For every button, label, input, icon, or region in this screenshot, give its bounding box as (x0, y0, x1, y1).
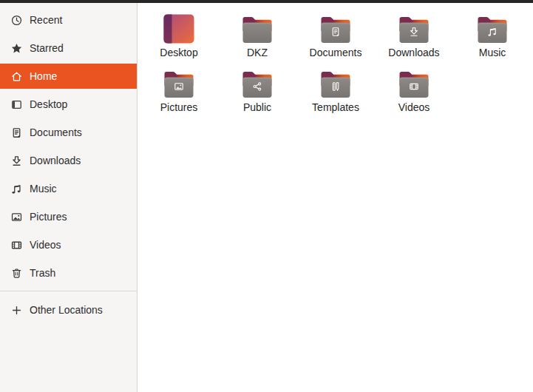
sidebar-item-recent[interactable]: Recent (0, 7, 137, 33)
file-item-downloads[interactable]: Downloads (375, 10, 453, 65)
downloads-icon (10, 155, 23, 167)
templates-emblem-icon (330, 81, 342, 92)
folder-icon (161, 68, 197, 99)
file-browser-pane: DesktopDKZDocumentsDownloadsMusicPicture… (138, 3, 533, 392)
public-emblem-icon (251, 81, 263, 92)
sidebar-item-music[interactable]: Music (0, 176, 137, 201)
folder-icon (318, 68, 353, 99)
pictures-icon (10, 211, 23, 223)
file-grid: DesktopDKZDocumentsDownloadsMusicPicture… (140, 10, 533, 120)
file-manager-window: RecentStarredHomeDesktopDocumentsDownloa… (0, 0, 533, 392)
music-icon (10, 183, 23, 195)
file-item-label: Videos (398, 102, 430, 113)
file-item-desktop[interactable]: Desktop (140, 10, 218, 65)
sidebar-item-label: Recent (30, 14, 62, 26)
window-content: RecentStarredHomeDesktopDocumentsDownloa… (0, 3, 533, 392)
folder-icon (240, 13, 275, 44)
file-item-label: DKZ (247, 47, 268, 58)
sidebar-item-pictures[interactable]: Pictures (0, 204, 137, 229)
folder-icon (396, 13, 432, 44)
sidebar-places-list: RecentStarredHomeDesktopDocumentsDownloa… (0, 7, 137, 288)
sidebar-footer-list: Other Locations (0, 297, 137, 325)
folder-icon (240, 68, 275, 99)
file-item-label: Music (479, 47, 506, 58)
recent-icon (10, 14, 23, 27)
sidebar-item-label: Starred (30, 42, 64, 54)
desktop-gradient-icon (161, 13, 197, 44)
home-icon (10, 70, 23, 83)
sidebar-item-label: Downloads (30, 155, 81, 166)
file-item-label: Pictures (160, 102, 198, 113)
sidebar-item-label: Trash (30, 267, 55, 279)
file-item-videos[interactable]: Videos (375, 65, 453, 120)
sidebar-item-trash[interactable]: Trash (0, 260, 137, 285)
videos-icon (10, 239, 23, 251)
sidebar-item-label: Desktop (30, 98, 67, 110)
star-icon (10, 42, 23, 55)
file-item-templates[interactable]: Templates (296, 65, 375, 120)
sidebar-item-label: Other Locations (30, 304, 103, 316)
file-item-dkz[interactable]: DKZ (218, 10, 296, 65)
trash-icon (10, 267, 23, 280)
sidebar-item-downloads[interactable]: Downloads (0, 148, 137, 173)
pictures-emblem-icon (173, 81, 185, 92)
file-item-public[interactable]: Public (218, 65, 296, 120)
file-item-documents[interactable]: Documents (296, 10, 375, 65)
desktop-icon (10, 98, 23, 111)
sidebar-item-starred[interactable]: Starred (0, 36, 137, 61)
file-item-music[interactable]: Music (453, 10, 532, 65)
sidebar-item-label: Music (30, 183, 57, 195)
music-emblem-icon (486, 26, 498, 38)
file-item-label: Templates (312, 102, 359, 113)
sidebar-separator (0, 291, 137, 291)
sidebar-item-label: Home (30, 70, 57, 82)
sidebar: RecentStarredHomeDesktopDocumentsDownloa… (0, 3, 138, 392)
folder-icon (396, 68, 432, 99)
sidebar-item-label: Pictures (30, 211, 67, 223)
folder-icon (475, 13, 510, 44)
documents-emblem-icon (330, 26, 342, 38)
file-item-label: Desktop (160, 47, 197, 58)
file-item-label: Documents (310, 47, 362, 58)
file-item-label: Downloads (388, 47, 439, 58)
sidebar-item-label: Videos (30, 239, 61, 251)
sidebar-item-home[interactable]: Home (0, 64, 137, 89)
plus-icon (10, 304, 23, 317)
sidebar-item-other-locations[interactable]: Other Locations (0, 297, 137, 322)
sidebar-item-videos[interactable]: Videos (0, 232, 137, 257)
documents-icon (10, 126, 23, 139)
sidebar-item-desktop[interactable]: Desktop (0, 92, 137, 117)
videos-emblem-icon (408, 81, 420, 92)
sidebar-item-label: Documents (30, 126, 82, 138)
file-item-pictures[interactable]: Pictures (140, 65, 218, 120)
sidebar-item-documents[interactable]: Documents (0, 120, 137, 145)
file-item-label: Public (243, 102, 271, 113)
downloads-emblem-icon (408, 26, 420, 38)
folder-icon (318, 13, 353, 44)
